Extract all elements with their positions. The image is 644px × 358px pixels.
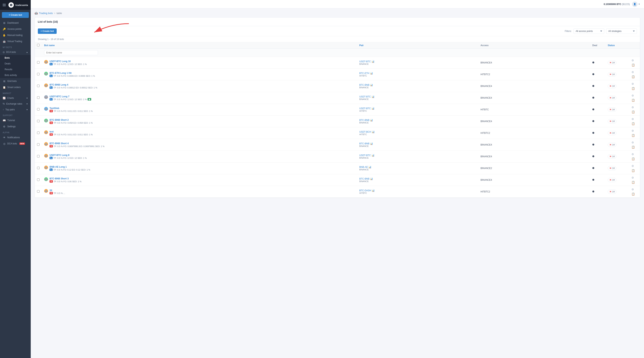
sidebar-item-dca-bots-alpha[interactable]: ◎ DCA bots NEW [0, 140, 31, 147]
settings-button[interactable]: ⚙ [631, 117, 635, 121]
create-bot-button[interactable]: + Create bot [38, 29, 57, 34]
copy-button[interactable]: 📋 [631, 86, 636, 91]
bot-name-link[interactable]: BTC-BNB Long 4 [50, 83, 97, 86]
pair-link[interactable]: BTC-BNB 📊 [359, 142, 373, 145]
copy-button[interactable]: 📋 [631, 74, 636, 79]
sidebar-item-smart-orders[interactable]: 📋 Smart orders [0, 84, 31, 90]
pair-link[interactable]: USDT-BTC 📊 [359, 154, 374, 157]
settings-button[interactable]: ⚙ [631, 175, 635, 180]
copy-button[interactable]: 📋 [631, 192, 636, 196]
bot-name-link[interactable]: 34 [50, 189, 65, 192]
settings-button[interactable]: ⚙ [631, 70, 635, 74]
row-checkbox[interactable] [37, 120, 40, 122]
sidebar-item-top-pairs[interactable]: ↑ Top pairs ▼ [0, 107, 31, 112]
bot-name-link[interactable]: BTC-ETH Long 1 Hit [50, 72, 95, 74]
bot-name-link[interactable]: BTC-BNB Short 2 [50, 119, 93, 121]
row-checkbox[interactable] [37, 167, 40, 169]
status-x-icon: ✕ [610, 120, 611, 123]
row-checkbox[interactable] [37, 178, 40, 181]
settings-button[interactable]: ⚙ [631, 164, 635, 168]
copy-button[interactable]: 📋 [631, 145, 636, 149]
copy-button[interactable]: 📋 [631, 110, 636, 114]
settings-button[interactable]: ⚙ [631, 93, 635, 98]
row-checkbox[interactable] [37, 108, 40, 111]
table-row: 🤖 BTC-BNB Long 4 L TP: 0.5 % FO: 0.00012… [35, 80, 640, 92]
sidebar-item-bots[interactable]: Bots [0, 55, 31, 61]
sidebar-item-settings[interactable]: ⚙ Settings [0, 123, 31, 130]
pair-link[interactable]: BTC-BNB 📊 [359, 84, 373, 86]
status-cell: ✕ Off [606, 104, 628, 116]
pair-link[interactable]: USDT-BTC 📊 [359, 95, 374, 98]
copy-button[interactable]: 📋 [631, 63, 636, 67]
sidebar-item-bots-activity[interactable]: Bots activity [0, 72, 31, 78]
row-checkbox[interactable] [37, 61, 40, 64]
user-avatar-button[interactable]: 👤 ▼ [632, 2, 640, 7]
th-pair[interactable]: Pair [357, 42, 478, 49]
status-cell: ✕ Off [606, 57, 628, 69]
row-checkbox[interactable] [37, 143, 40, 146]
row-checkbox[interactable] [37, 73, 40, 75]
sidebar-item-access-points[interactable]: 🔑 Access points [0, 26, 31, 32]
status-x-icon: ✕ [610, 108, 611, 111]
row-checkbox[interactable] [37, 155, 40, 157]
sidebar-create-bot-button[interactable]: + Create bot [2, 12, 29, 18]
row-checkbox[interactable] [37, 96, 40, 99]
pair-link[interactable]: BTC-ETH 📊 [359, 72, 373, 75]
copy-button[interactable]: 📋 [631, 133, 636, 138]
row-checkbox[interactable] [37, 190, 40, 193]
sidebar-item-manual-trading[interactable]: ✋ Manual trading [0, 32, 31, 38]
sidebar-item-exchange-rates[interactable]: % Exchange rates ▼ [0, 101, 31, 107]
settings-button[interactable]: ⚙ [631, 187, 635, 192]
th-bot-name[interactable]: Bot name [42, 42, 357, 49]
settings-button[interactable]: ⚙ [631, 152, 635, 156]
pair-link[interactable]: USDT-BTC 📊 [359, 107, 374, 110]
settings-button[interactable]: ⚙ [631, 128, 635, 133]
sidebar-item-results[interactable]: Results [0, 67, 31, 72]
strategies-filter[interactable]: All strategies [606, 29, 637, 34]
sidebar-item-dca-bots[interactable]: ◎ DCA bots ▲ [0, 49, 31, 55]
copy-button[interactable]: 📋 [631, 98, 636, 102]
pair-link[interactable]: BTC-BNB 📊 [359, 177, 373, 180]
exchange-rates-icon: % [3, 102, 5, 105]
th-status[interactable]: Status [606, 42, 628, 49]
bot-name-link[interactable]: BTC-BNB Short 3 [50, 177, 82, 180]
bot-name-link[interactable]: USDT-BTC Long 10 [50, 60, 87, 63]
sidebar-item-grid-bots[interactable]: ⊞ Grid bots [0, 78, 31, 84]
bot-name-search-input[interactable] [44, 50, 98, 55]
access-points-filter[interactable]: All access points [574, 29, 604, 34]
sidebar-item-dashboard[interactable]: ⊞ Dashboard [0, 20, 31, 26]
row-checkbox[interactable] [37, 131, 40, 134]
pair-link[interactable]: USDT-BCH 📊 [359, 130, 374, 133]
sidebar-item-notifications[interactable]: 👁 Notifications [0, 134, 31, 140]
row-checkbox[interactable] [37, 85, 40, 87]
hamburger-button[interactable] [3, 4, 6, 6]
copy-button[interactable]: 📋 [631, 180, 636, 185]
sidebar-item-tutorial[interactable]: 📖 Tutorial [0, 117, 31, 123]
copy-button[interactable]: 📋 [631, 156, 636, 161]
bot-name-link[interactable]: BNB-AE Long 1 [50, 165, 90, 168]
sidebar-item-deals[interactable]: Deals [0, 61, 31, 67]
deal-cell [590, 127, 606, 139]
select-all-checkbox[interactable] [37, 44, 40, 46]
pair-link[interactable]: BNB-AE 📊 [359, 166, 371, 168]
bot-name-link[interactable]: USDT-BTC Long 8 [50, 154, 87, 156]
copy-button[interactable]: 📋 [631, 121, 636, 126]
breadcrumb-parent[interactable]: Trading bots [39, 12, 53, 15]
status-x-icon: ✕ [610, 61, 611, 64]
copy-button[interactable]: 📋 [631, 168, 636, 173]
bot-name-link[interactable]: TestGleb [50, 107, 93, 110]
pair-link[interactable]: USDT-BTC 📊 [359, 60, 374, 63]
settings-button[interactable]: ⚙ [631, 105, 635, 110]
settings-button[interactable]: ⚙ [631, 58, 635, 63]
status-label: Off [612, 167, 614, 169]
bot-name-link[interactable]: BTC-BNB Short 4 [50, 142, 104, 145]
settings-button[interactable]: ⚙ [631, 140, 635, 145]
settings-button[interactable]: ⚙ [631, 82, 635, 86]
status-badge: ✕ Off [608, 72, 616, 77]
sidebar-item-virtual-trading[interactable]: 🤖 Virtual Trading [0, 38, 31, 44]
bot-name-link[interactable]: test [50, 130, 93, 133]
pair-link[interactable]: BTC-BNB 📊 [359, 119, 373, 121]
sidebar-item-charts[interactable]: 📈 Charts ▼ [0, 95, 31, 101]
pair-link[interactable]: BTC-DASH 📊 [359, 189, 374, 192]
bot-name-link[interactable]: USDT-BTC Long 7 [50, 95, 91, 98]
